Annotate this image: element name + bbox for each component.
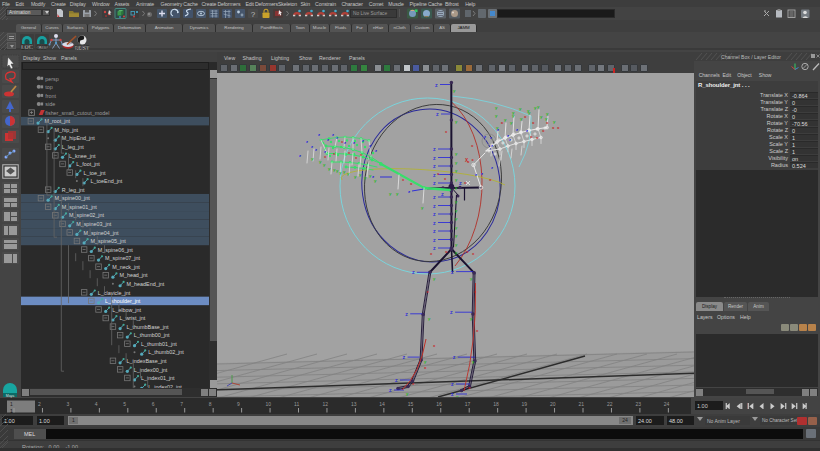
- svg-text:z: z: [375, 148, 377, 153]
- svg-text:6: 6: [152, 401, 155, 407]
- svg-text:L_wrist_jnt: L_wrist_jnt: [119, 315, 145, 321]
- svg-text:z: z: [369, 143, 371, 148]
- svg-text:13: 13: [351, 401, 357, 407]
- svg-text:M_spine05_jnt: M_spine05_jnt: [91, 238, 127, 244]
- svg-text:M_spine01_jnt: M_spine01_jnt: [62, 204, 98, 210]
- svg-text:z: z: [491, 165, 493, 170]
- svg-text:side: side: [45, 101, 55, 107]
- svg-text:14: 14: [379, 401, 385, 407]
- svg-text:Channel Box / Layer Editor: Channel Box / Layer Editor: [721, 54, 781, 60]
- svg-text:Z: Z: [450, 310, 453, 315]
- svg-text:L_knee_jnt: L_knee_jnt: [69, 153, 96, 159]
- svg-text:Z: Z: [453, 355, 456, 360]
- svg-text:L_elbow_jnt: L_elbow_jnt: [112, 307, 141, 313]
- svg-text:Z: Z: [433, 147, 436, 152]
- svg-text:Z: Z: [433, 212, 436, 217]
- svg-text:3: 3: [66, 401, 69, 407]
- svg-text:M_hip_jnt: M_hip_jnt: [55, 127, 79, 133]
- svg-text:18: 18: [493, 401, 499, 407]
- svg-text:L_clavicle_jnt: L_clavicle_jnt: [98, 290, 131, 296]
- svg-text:M_spine07_jnt: M_spine07_jnt: [105, 255, 141, 261]
- svg-text:Z: Z: [433, 173, 436, 178]
- svg-text:L_shoulder_jnt: L_shoulder_jnt: [105, 298, 141, 304]
- svg-text:2: 2: [38, 401, 41, 407]
- svg-text:Z: Z: [389, 388, 392, 393]
- svg-text:z: z: [516, 127, 518, 132]
- svg-text:10: 10: [266, 401, 272, 407]
- svg-text:L_toeEnd_jnt: L_toeEnd_jnt: [91, 178, 123, 184]
- svg-text:L_thumb01_jnt: L_thumb01_jnt: [141, 341, 177, 347]
- svg-text:M_head_jnt: M_head_jnt: [119, 272, 148, 278]
- svg-text:Z: Z: [433, 195, 436, 200]
- svg-text:M_root_jnt: M_root_jnt: [45, 118, 71, 124]
- svg-text:15: 15: [408, 401, 414, 407]
- svg-text:9: 9: [237, 401, 240, 407]
- svg-text:4: 4: [95, 401, 98, 407]
- svg-text:Z: Z: [433, 156, 436, 161]
- svg-text:Z: Z: [412, 270, 415, 275]
- svg-text:z: z: [509, 137, 511, 142]
- svg-text:8: 8: [209, 401, 212, 407]
- svg-text:NGST: NGST: [75, 45, 89, 51]
- svg-text:L_foot_jnt: L_foot_jnt: [76, 161, 100, 167]
- svg-text:z: z: [311, 144, 313, 149]
- svg-text:z: z: [497, 127, 499, 132]
- svg-text:23: 23: [635, 401, 641, 407]
- svg-text:z: z: [490, 135, 492, 140]
- svg-text:?: ?: [251, 10, 256, 19]
- svg-text:1: 1: [10, 408, 13, 414]
- svg-text:z: z: [315, 147, 317, 152]
- svg-text:Z: Z: [435, 83, 438, 88]
- svg-text:M_spine06_jnt: M_spine06_jnt: [98, 247, 134, 253]
- svg-text:front: front: [45, 93, 56, 99]
- svg-text:Z: Z: [433, 238, 436, 243]
- svg-text:L_index00_jnt: L_index00_jnt: [134, 367, 168, 373]
- svg-text:M_hipEnd_jnt: M_hipEnd_jnt: [62, 135, 95, 141]
- svg-text:z: z: [299, 153, 301, 158]
- svg-text:5: 5: [123, 401, 126, 407]
- svg-text:z: z: [332, 132, 334, 137]
- svg-text:Z: Z: [405, 312, 408, 317]
- svg-text:Z: Z: [451, 382, 454, 387]
- svg-text:11: 11: [294, 401, 299, 407]
- svg-text:Z: Z: [451, 270, 454, 275]
- svg-text:Z: Z: [433, 246, 436, 251]
- svg-text:z: z: [481, 171, 483, 176]
- svg-text:LOC: LOC: [21, 44, 33, 50]
- svg-text:Z: Z: [433, 181, 436, 186]
- svg-text:Z: Z: [433, 229, 436, 234]
- svg-text:17: 17: [465, 401, 471, 407]
- svg-text:20: 20: [550, 401, 556, 407]
- svg-text:L_thumb00_jnt: L_thumb00_jnt: [134, 332, 170, 338]
- svg-text:12: 12: [322, 401, 328, 407]
- svg-text:M_spine04_jnt: M_spine04_jnt: [83, 230, 119, 236]
- svg-text:Z: Z: [433, 204, 436, 209]
- svg-text:M_spine00_jnt: M_spine00_jnt: [55, 195, 91, 201]
- svg-text:Z: Z: [436, 112, 439, 117]
- svg-text:21: 21: [579, 401, 585, 407]
- svg-text:Z: Z: [395, 378, 398, 383]
- svg-text:Z: Z: [433, 164, 436, 169]
- svg-text:16: 16: [436, 401, 442, 407]
- svg-text:L_thumb02_jnt: L_thumb02_jnt: [148, 349, 184, 355]
- svg-text:M_spine03_jnt: M_spine03_jnt: [76, 221, 112, 227]
- svg-text:Z: Z: [459, 181, 462, 186]
- svg-text:z: z: [526, 128, 528, 133]
- svg-text:22: 22: [607, 401, 613, 407]
- svg-text:z: z: [327, 137, 329, 142]
- svg-text:Z: Z: [433, 221, 436, 226]
- svg-text:z: z: [475, 172, 477, 177]
- svg-text:19: 19: [522, 401, 528, 407]
- svg-text:top: top: [45, 84, 53, 90]
- svg-text:Z: Z: [403, 355, 406, 360]
- svg-text:1: 1: [10, 401, 13, 407]
- svg-text:z: z: [344, 140, 346, 145]
- svg-text:z: z: [318, 132, 320, 137]
- svg-text:z: z: [362, 138, 364, 143]
- svg-text:3AHP: 3AHP: [36, 45, 48, 50]
- svg-text:M_neck_jnt: M_neck_jnt: [112, 264, 140, 270]
- svg-text:24: 24: [664, 401, 670, 407]
- svg-text:z: z: [306, 139, 308, 144]
- svg-text:M_headEnd_jnt: M_headEnd_jnt: [127, 281, 165, 287]
- svg-text:R_leg_jnt: R_leg_jnt: [62, 187, 85, 193]
